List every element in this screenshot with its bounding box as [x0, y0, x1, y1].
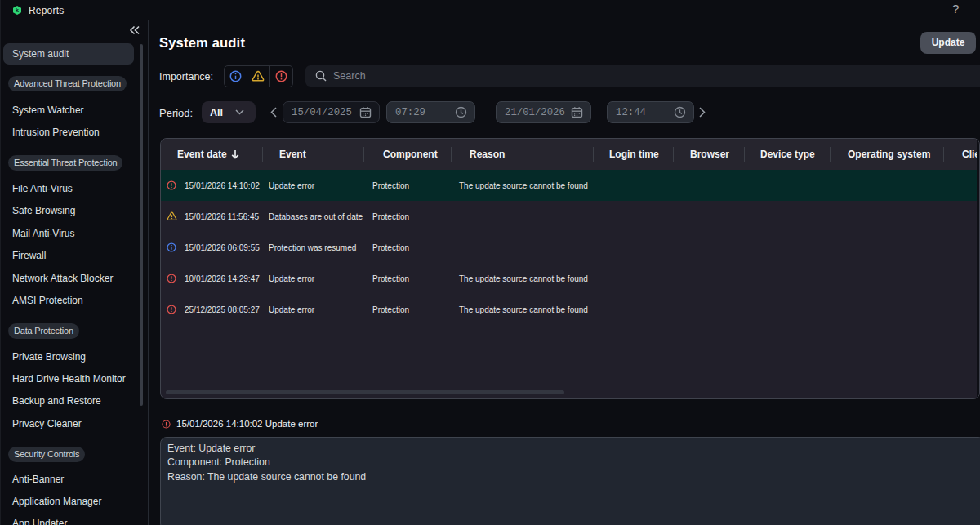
svg-text:k: k	[16, 7, 19, 13]
